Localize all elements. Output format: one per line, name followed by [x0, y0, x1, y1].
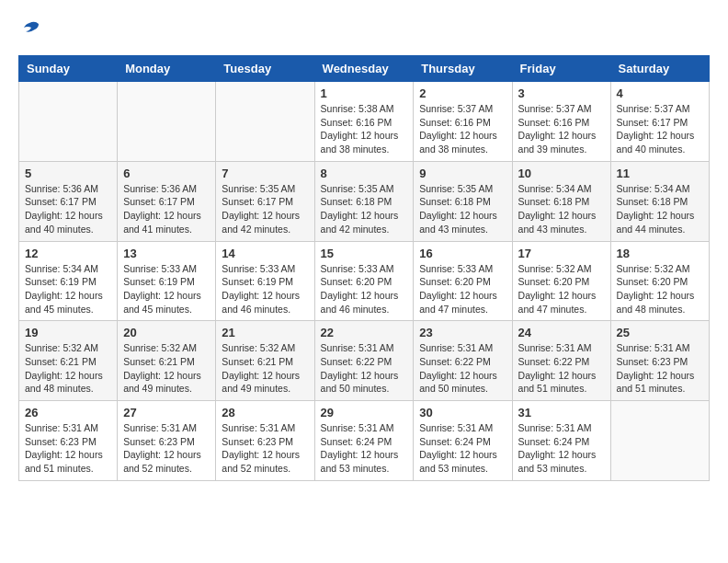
day-number: 5 [25, 167, 111, 180]
calendar-cell: 9Sunrise: 5:35 AM Sunset: 6:18 PM Daylig… [414, 161, 512, 241]
calendar-cell: 28Sunrise: 5:31 AM Sunset: 6:23 PM Dayli… [216, 401, 314, 481]
calendar-cell: 5Sunrise: 5:36 AM Sunset: 6:17 PM Daylig… [19, 161, 118, 241]
calendar-week-5: 26Sunrise: 5:31 AM Sunset: 6:23 PM Dayli… [19, 401, 710, 481]
calendar-cell: 20Sunrise: 5:32 AM Sunset: 6:21 PM Dayli… [118, 321, 216, 401]
day-info: Sunrise: 5:31 AM Sunset: 6:23 PM Dayligh… [617, 341, 703, 396]
day-info: Sunrise: 5:37 AM Sunset: 6:16 PM Dayligh… [419, 102, 506, 156]
day-number: 30 [419, 406, 506, 419]
day-number: 12 [25, 247, 111, 260]
day-number: 10 [518, 167, 605, 180]
day-number: 29 [321, 406, 408, 419]
weekday-header-wednesday: Wednesday [314, 56, 414, 82]
day-info: Sunrise: 5:35 AM Sunset: 6:17 PM Dayligh… [222, 182, 308, 236]
day-number: 8 [321, 167, 408, 180]
calendar-week-4: 19Sunrise: 5:32 AM Sunset: 6:21 PM Dayli… [19, 321, 710, 401]
calendar-cell [610, 401, 709, 481]
day-number: 6 [123, 167, 210, 180]
calendar-cell: 31Sunrise: 5:31 AM Sunset: 6:24 PM Dayli… [512, 401, 610, 481]
calendar-cell: 29Sunrise: 5:31 AM Sunset: 6:24 PM Dayli… [314, 401, 414, 481]
calendar-cell [19, 82, 118, 162]
day-info: Sunrise: 5:33 AM Sunset: 6:20 PM Dayligh… [321, 262, 408, 316]
day-number: 15 [321, 247, 408, 260]
weekday-header-tuesday: Tuesday [216, 56, 314, 82]
day-number: 20 [123, 326, 210, 339]
page-header [18, 18, 710, 40]
day-number: 2 [419, 86, 506, 100]
day-number: 21 [222, 326, 308, 339]
calendar-cell: 21Sunrise: 5:32 AM Sunset: 6:21 PM Dayli… [216, 321, 314, 401]
day-info: Sunrise: 5:35 AM Sunset: 6:18 PM Dayligh… [419, 182, 506, 236]
calendar-cell: 13Sunrise: 5:33 AM Sunset: 6:19 PM Dayli… [118, 241, 216, 321]
calendar-week-3: 12Sunrise: 5:34 AM Sunset: 6:19 PM Dayli… [19, 241, 710, 321]
day-info: Sunrise: 5:34 AM Sunset: 6:18 PM Dayligh… [617, 182, 703, 236]
day-info: Sunrise: 5:31 AM Sunset: 6:24 PM Dayligh… [321, 421, 408, 476]
day-number: 25 [617, 326, 703, 339]
calendar-cell: 22Sunrise: 5:31 AM Sunset: 6:22 PM Dayli… [314, 321, 414, 401]
calendar-week-2: 5Sunrise: 5:36 AM Sunset: 6:17 PM Daylig… [19, 161, 710, 241]
calendar-cell: 27Sunrise: 5:31 AM Sunset: 6:23 PM Dayli… [118, 401, 216, 481]
day-number: 3 [518, 86, 605, 100]
day-info: Sunrise: 5:36 AM Sunset: 6:17 PM Dayligh… [123, 182, 210, 236]
calendar-cell: 10Sunrise: 5:34 AM Sunset: 6:18 PM Dayli… [512, 161, 610, 241]
day-number: 1 [321, 86, 408, 100]
logo [18, 18, 44, 40]
day-info: Sunrise: 5:32 AM Sunset: 6:21 PM Dayligh… [25, 341, 111, 396]
day-info: Sunrise: 5:31 AM Sunset: 6:22 PM Dayligh… [321, 341, 408, 396]
calendar-cell [118, 82, 216, 162]
calendar-cell: 12Sunrise: 5:34 AM Sunset: 6:19 PM Dayli… [19, 241, 118, 321]
day-info: Sunrise: 5:31 AM Sunset: 6:23 PM Dayligh… [222, 421, 308, 476]
calendar-cell: 23Sunrise: 5:31 AM Sunset: 6:22 PM Dayli… [414, 321, 512, 401]
calendar-week-1: 1Sunrise: 5:38 AM Sunset: 6:16 PM Daylig… [19, 82, 710, 162]
day-info: Sunrise: 5:32 AM Sunset: 6:20 PM Dayligh… [617, 262, 703, 316]
day-number: 9 [419, 167, 506, 180]
calendar-cell: 26Sunrise: 5:31 AM Sunset: 6:23 PM Dayli… [19, 401, 118, 481]
day-info: Sunrise: 5:31 AM Sunset: 6:23 PM Dayligh… [123, 421, 210, 476]
day-number: 27 [123, 406, 210, 419]
calendar-cell: 19Sunrise: 5:32 AM Sunset: 6:21 PM Dayli… [19, 321, 118, 401]
day-info: Sunrise: 5:34 AM Sunset: 6:19 PM Dayligh… [25, 262, 111, 316]
day-info: Sunrise: 5:33 AM Sunset: 6:20 PM Dayligh… [419, 262, 506, 316]
day-info: Sunrise: 5:33 AM Sunset: 6:19 PM Dayligh… [123, 262, 210, 316]
day-number: 19 [25, 326, 111, 339]
calendar-cell: 4Sunrise: 5:37 AM Sunset: 6:17 PM Daylig… [610, 82, 709, 162]
day-number: 18 [617, 247, 703, 260]
day-number: 26 [25, 406, 111, 419]
weekday-header-thursday: Thursday [414, 56, 512, 82]
day-info: Sunrise: 5:33 AM Sunset: 6:19 PM Dayligh… [222, 262, 308, 316]
day-info: Sunrise: 5:31 AM Sunset: 6:23 PM Dayligh… [25, 421, 111, 476]
calendar-cell: 3Sunrise: 5:37 AM Sunset: 6:16 PM Daylig… [512, 82, 610, 162]
calendar-cell: 16Sunrise: 5:33 AM Sunset: 6:20 PM Dayli… [414, 241, 512, 321]
calendar-table: SundayMondayTuesdayWednesdayThursdayFrid… [18, 55, 710, 481]
day-info: Sunrise: 5:38 AM Sunset: 6:16 PM Dayligh… [321, 102, 408, 156]
calendar-cell: 15Sunrise: 5:33 AM Sunset: 6:20 PM Dayli… [314, 241, 414, 321]
calendar-cell: 18Sunrise: 5:32 AM Sunset: 6:20 PM Dayli… [610, 241, 709, 321]
calendar-cell: 1Sunrise: 5:38 AM Sunset: 6:16 PM Daylig… [314, 82, 414, 162]
calendar-cell: 17Sunrise: 5:32 AM Sunset: 6:20 PM Dayli… [512, 241, 610, 321]
day-number: 23 [419, 326, 506, 339]
day-info: Sunrise: 5:32 AM Sunset: 6:20 PM Dayligh… [518, 262, 605, 316]
day-info: Sunrise: 5:31 AM Sunset: 6:24 PM Dayligh… [518, 421, 605, 476]
weekday-header-friday: Friday [512, 56, 610, 82]
day-info: Sunrise: 5:32 AM Sunset: 6:21 PM Dayligh… [123, 341, 210, 396]
day-number: 24 [518, 326, 605, 339]
calendar-cell: 11Sunrise: 5:34 AM Sunset: 6:18 PM Dayli… [610, 161, 709, 241]
weekday-header-row: SundayMondayTuesdayWednesdayThursdayFrid… [19, 56, 710, 82]
logo-text [18, 18, 44, 40]
calendar-cell: 7Sunrise: 5:35 AM Sunset: 6:17 PM Daylig… [216, 161, 314, 241]
calendar-cell: 6Sunrise: 5:36 AM Sunset: 6:17 PM Daylig… [118, 161, 216, 241]
day-info: Sunrise: 5:35 AM Sunset: 6:18 PM Dayligh… [321, 182, 408, 236]
day-number: 31 [518, 406, 605, 419]
day-info: Sunrise: 5:34 AM Sunset: 6:18 PM Dayligh… [518, 182, 605, 236]
day-info: Sunrise: 5:31 AM Sunset: 6:22 PM Dayligh… [419, 341, 506, 396]
day-number: 28 [222, 406, 308, 419]
calendar-cell [216, 82, 314, 162]
weekday-header-sunday: Sunday [19, 56, 118, 82]
day-info: Sunrise: 5:37 AM Sunset: 6:16 PM Dayligh… [518, 102, 605, 156]
calendar-cell: 8Sunrise: 5:35 AM Sunset: 6:18 PM Daylig… [314, 161, 414, 241]
weekday-header-saturday: Saturday [610, 56, 709, 82]
day-info: Sunrise: 5:36 AM Sunset: 6:17 PM Dayligh… [25, 182, 111, 236]
day-number: 14 [222, 247, 308, 260]
day-info: Sunrise: 5:31 AM Sunset: 6:22 PM Dayligh… [518, 341, 605, 396]
calendar-cell: 30Sunrise: 5:31 AM Sunset: 6:24 PM Dayli… [414, 401, 512, 481]
day-number: 22 [321, 326, 408, 339]
